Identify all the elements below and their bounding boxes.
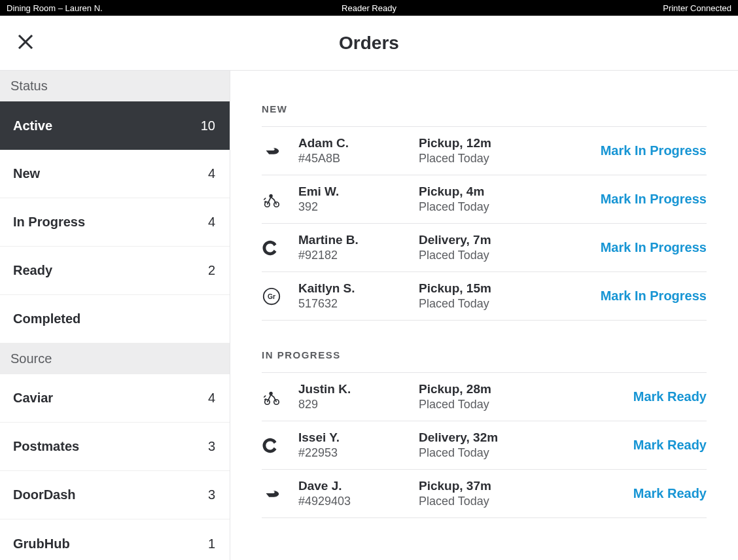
- order-eta: Pickup, 12m: [419, 136, 556, 150]
- filter-source-postmates[interactable]: Postmates 3: [0, 423, 230, 471]
- filter-count: 4: [208, 391, 215, 406]
- filter-label: In Progress: [13, 215, 85, 230]
- app-bar: Orders: [0, 16, 738, 71]
- filter-label: Completed: [13, 311, 80, 326]
- order-row[interactable]: Martine B. #92182 Delivery, 7m Placed To…: [262, 224, 707, 272]
- mark-in-progress-button[interactable]: Mark In Progress: [601, 240, 707, 255]
- order-eta: Pickup, 37m: [419, 479, 556, 493]
- order-eta: Pickup, 15m: [419, 281, 556, 296]
- postmates-icon: [262, 190, 298, 209]
- order-row[interactable]: Adam C. #45A8B Pickup, 12m Placed Today …: [262, 127, 707, 175]
- filter-label: Active: [13, 118, 52, 133]
- order-customer-name: Martine B.: [298, 233, 419, 247]
- order-eta: Delivery, 7m: [419, 233, 556, 247]
- svg-point-9: [270, 392, 272, 394]
- order-customer-name: Dave J.: [298, 479, 419, 493]
- mark-ready-button[interactable]: Mark Ready: [633, 389, 707, 404]
- filter-active[interactable]: Active 10: [0, 101, 230, 150]
- filter-count: 10: [201, 118, 215, 133]
- filter-source-grubhub[interactable]: GrubHub 1: [0, 519, 230, 560]
- statusbar-center: Reader Ready: [0, 3, 738, 13]
- filter-count: 3: [208, 439, 215, 454]
- filter-in-progress[interactable]: In Progress 4: [0, 198, 230, 247]
- order-number: #22953: [298, 446, 419, 460]
- order-customer-name: Justin K.: [298, 382, 419, 396]
- order-number: 829: [298, 398, 419, 411]
- order-placed: Placed Today: [419, 446, 556, 460]
- order-customer-name: Emi W.: [298, 184, 419, 199]
- order-customer-name: Issei Y.: [298, 430, 419, 445]
- order-customer-name: Kaitlyn S.: [298, 281, 419, 296]
- filter-completed[interactable]: Completed: [0, 295, 230, 343]
- filter-source-caviar[interactable]: Caviar 4: [0, 374, 230, 423]
- doordash-icon: [262, 141, 298, 161]
- filter-count: 2: [208, 263, 215, 278]
- page-title: Orders: [339, 33, 399, 54]
- filter-count: 1: [208, 536, 215, 551]
- caviar-icon: [262, 436, 298, 455]
- order-eta: Delivery, 32m: [419, 430, 556, 445]
- order-group-new: NEW Adam C. #45A8B Pickup, 12m Placed To…: [262, 103, 707, 321]
- filter-label: GrubHub: [13, 536, 70, 551]
- close-button[interactable]: [16, 32, 35, 54]
- order-row[interactable]: Emi W. 392 Pickup, 4m Placed Today Mark …: [262, 175, 707, 224]
- filters-sidebar: Status Active 10 New 4 In Progress 4 Rea…: [0, 71, 230, 560]
- device-status-bar: Dining Room – Lauren N. Reader Ready Pri…: [0, 0, 738, 16]
- order-number: 392: [298, 200, 419, 214]
- order-number: #92182: [298, 249, 419, 262]
- filter-new[interactable]: New 4: [0, 150, 230, 198]
- sidebar-header-source: Source: [0, 343, 230, 374]
- filter-label: New: [13, 166, 40, 181]
- filter-source-doordash[interactable]: DoorDash 3: [0, 471, 230, 519]
- mark-ready-button[interactable]: Mark Ready: [633, 486, 707, 501]
- svg-point-4: [270, 194, 272, 197]
- mark-in-progress-button[interactable]: Mark In Progress: [601, 289, 707, 304]
- order-row[interactable]: Justin K. 829 Pickup, 28m Placed Today M…: [262, 373, 707, 421]
- order-eta: Pickup, 28m: [419, 382, 556, 396]
- group-title: IN PROGRESS: [262, 349, 707, 373]
- filter-count: 4: [208, 215, 215, 230]
- order-number: #45A8B: [298, 152, 419, 166]
- order-customer-name: Adam C.: [298, 136, 419, 150]
- filter-label: Caviar: [13, 391, 53, 406]
- order-placed: Placed Today: [419, 398, 556, 411]
- order-row[interactable]: Dave J. #4929403 Pickup, 37m Placed Toda…: [262, 470, 707, 518]
- order-number: #4929403: [298, 495, 419, 508]
- group-title: NEW: [262, 103, 707, 127]
- doordash-icon: [262, 484, 298, 504]
- order-eta: Pickup, 4m: [419, 184, 556, 199]
- order-placed: Placed Today: [419, 495, 556, 508]
- close-icon: [16, 32, 35, 52]
- filter-label: Postmates: [13, 439, 79, 454]
- order-placed: Placed Today: [419, 200, 556, 214]
- svg-text:Gr: Gr: [268, 292, 275, 300]
- mark-ready-button[interactable]: Mark Ready: [633, 438, 707, 453]
- order-row[interactable]: Gr Kaitlyn S. 517632 Pickup, 15m Placed …: [262, 272, 707, 321]
- order-row[interactable]: Issei Y. #22953 Delivery, 32m Placed Tod…: [262, 421, 707, 470]
- orders-list: NEW Adam C. #45A8B Pickup, 12m Placed To…: [230, 71, 738, 560]
- mark-in-progress-button[interactable]: Mark In Progress: [601, 143, 707, 158]
- caviar-icon: [262, 238, 298, 258]
- order-number: 517632: [298, 297, 419, 311]
- filter-ready[interactable]: Ready 2: [0, 247, 230, 295]
- filter-label: Ready: [13, 263, 52, 278]
- grubhub-icon: Gr: [262, 287, 298, 306]
- sidebar-header-status: Status: [0, 71, 230, 101]
- order-placed: Placed Today: [419, 152, 556, 166]
- order-group-in-progress: IN PROGRESS Justin K. 829 Pickup, 28m Pl…: [262, 349, 707, 518]
- filter-count: 4: [208, 166, 215, 181]
- order-placed: Placed Today: [419, 249, 556, 262]
- postmates-icon: [262, 387, 298, 407]
- order-placed: Placed Today: [419, 297, 556, 311]
- filter-count: 3: [208, 487, 215, 502]
- filter-label: DoorDash: [13, 487, 76, 502]
- mark-in-progress-button[interactable]: Mark In Progress: [601, 192, 707, 207]
